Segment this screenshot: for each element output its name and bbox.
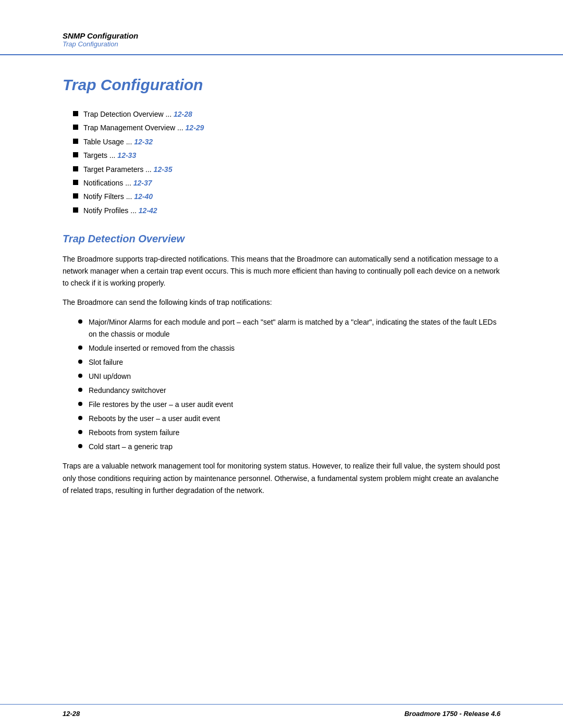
round-bullet-1: [78, 319, 82, 324]
page-container: SNMP Configuration Trap Configuration Tr…: [0, 0, 563, 728]
section-para-2: The Broadmore can send the following kin…: [63, 297, 500, 309]
toc-label-4: Targets ...: [83, 151, 117, 159]
footer-section: 12-28 Broadmore 1750 - Release 4.6: [0, 704, 563, 728]
toc-bullet-8: [73, 207, 78, 213]
bullet-text-5: Redundancy switchover: [89, 385, 166, 397]
toc-link-8[interactable]: 12-42: [139, 206, 157, 215]
toc-bullet-4: [73, 152, 78, 157]
bullet-text-4: UNI up/down: [89, 371, 131, 382]
toc-text-3: Table Usage ... 12-32: [83, 136, 153, 147]
toc-item-5: Target Parameters ... 12-35: [73, 164, 500, 175]
toc-item-3: Table Usage ... 12-32: [73, 136, 500, 147]
bullet-item-9: Cold start – a generic trap: [78, 441, 500, 453]
toc-item-7: Notify Filters ... 12-40: [73, 191, 500, 202]
round-bullet-4: [78, 374, 82, 378]
footer-product: Broadmore 1750 - Release 4.6: [405, 710, 500, 718]
toc-text-6: Notifications ... 12-37: [83, 177, 152, 189]
round-bullet-2: [78, 346, 82, 350]
toc-label-6: Notifications ...: [83, 179, 133, 187]
toc-text-1: Trap Detection Overview ... 12-28: [83, 108, 192, 120]
toc-link-6[interactable]: 12-37: [133, 179, 152, 187]
toc-list: Trap Detection Overview ... 12-28 Trap M…: [63, 108, 500, 216]
toc-text-2: Trap Management Overview ... 12-29: [83, 122, 204, 133]
toc-bullet-3: [73, 139, 78, 144]
bullet-item-2: Module inserted or removed from the chas…: [78, 342, 500, 354]
bullet-item-7: Reboots by the user – a user audit event: [78, 413, 500, 425]
toc-label-1: Trap Detection Overview ...: [83, 110, 174, 118]
bullet-item-6: File restores by the user – a user audit…: [78, 399, 500, 411]
toc-label-3: Table Usage ...: [83, 138, 134, 146]
toc-label-5: Target Parameters ...: [83, 165, 154, 174]
section-heading: Trap Detection Overview: [63, 233, 500, 245]
bullet-text-7: Reboots by the user – a user audit event: [89, 413, 220, 425]
toc-link-4[interactable]: 12-33: [117, 151, 136, 159]
round-bullet-8: [78, 430, 82, 434]
bullet-item-1: Major/Minor Alarms for each module and p…: [78, 316, 500, 340]
toc-link-5[interactable]: 12-35: [154, 165, 173, 174]
toc-text-7: Notify Filters ... 12-40: [83, 191, 153, 202]
toc-bullet-7: [73, 193, 78, 199]
toc-link-2[interactable]: 12-29: [186, 124, 204, 132]
round-bullet-7: [78, 416, 82, 420]
toc-bullet-5: [73, 166, 78, 171]
main-content: Trap Configuration Trap Detection Overvi…: [0, 55, 563, 546]
bullet-text-6: File restores by the user – a user audit…: [89, 399, 233, 411]
header-subtitle: Trap Configuration: [63, 40, 500, 48]
toc-item-2: Trap Management Overview ... 12-29: [73, 122, 500, 133]
section-bullet-list: Major/Minor Alarms for each module and p…: [63, 316, 500, 453]
bullet-text-2: Module inserted or removed from the chas…: [89, 342, 235, 354]
bullet-item-8: Reboots from system failure: [78, 427, 500, 439]
round-bullet-3: [78, 360, 82, 364]
toc-item-4: Targets ... 12-33: [73, 150, 500, 161]
header-section: SNMP Configuration Trap Configuration: [0, 0, 563, 55]
round-bullet-9: [78, 444, 82, 448]
bullet-text-8: Reboots from system failure: [89, 427, 179, 439]
toc-item-6: Notifications ... 12-37: [73, 177, 500, 189]
bullet-text-9: Cold start – a generic trap: [89, 441, 173, 453]
round-bullet-6: [78, 402, 82, 406]
section-para-1: The Broadmore supports trap-directed not…: [63, 253, 500, 289]
toc-text-8: Notify Profiles ... 12-42: [83, 205, 157, 216]
footer-page-number: 12-28: [63, 710, 80, 718]
section-closing-para: Traps are a valuable network management …: [63, 460, 500, 496]
toc-bullet-2: [73, 125, 78, 130]
toc-bullet-6: [73, 180, 78, 185]
toc-text-5: Target Parameters ... 12-35: [83, 164, 172, 175]
toc-item-8: Notify Profiles ... 12-42: [73, 205, 500, 216]
toc-link-1[interactable]: 12-28: [174, 110, 192, 118]
toc-link-7[interactable]: 12-40: [134, 192, 153, 201]
chapter-title: Trap Configuration: [63, 76, 500, 94]
bullet-item-3: Slot failure: [78, 356, 500, 368]
toc-label-8: Notify Profiles ...: [83, 206, 139, 215]
toc-label-2: Trap Management Overview ...: [83, 124, 186, 132]
bullet-item-5: Redundancy switchover: [78, 385, 500, 397]
bullet-text-3: Slot failure: [89, 356, 123, 368]
bullet-item-4: UNI up/down: [78, 371, 500, 382]
round-bullet-5: [78, 388, 82, 392]
toc-text-4: Targets ... 12-33: [83, 150, 136, 161]
toc-bullet-1: [73, 111, 78, 116]
header-bold-title: SNMP Configuration: [63, 31, 500, 40]
toc-item-1: Trap Detection Overview ... 12-28: [73, 108, 500, 120]
toc-link-3[interactable]: 12-32: [134, 138, 153, 146]
toc-label-7: Notify Filters ...: [83, 192, 134, 201]
bullet-text-1: Major/Minor Alarms for each module and p…: [89, 316, 500, 340]
